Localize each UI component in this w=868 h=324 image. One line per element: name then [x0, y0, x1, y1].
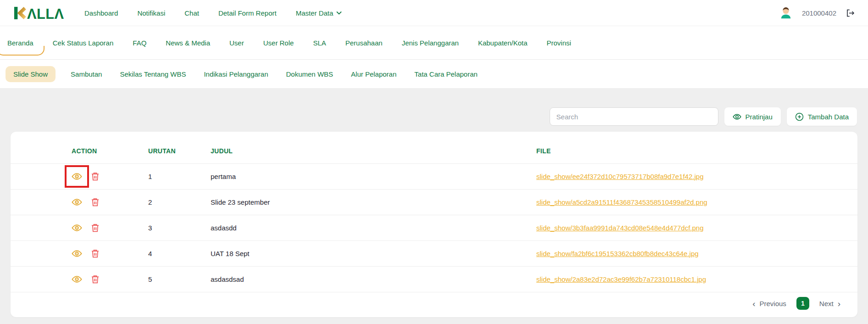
eye-icon [72, 171, 82, 182]
nav-detail-form-report[interactable]: Detail Form Report [218, 9, 277, 17]
table-row: 3 asdasdd slide_show/3b3faa9991da743cd08… [11, 215, 857, 241]
tab-jenis-pelanggaran[interactable]: Jenis Pelanggaran [401, 27, 460, 59]
eye-icon [733, 112, 741, 121]
tab-user-role[interactable]: User Role [262, 27, 295, 59]
table-row: 4 UAT 18 Sept slide_show/fa2bf6c19515336… [11, 241, 857, 267]
subtab-alur-pelaporan[interactable]: Alur Pelaporan [348, 66, 399, 82]
subtab-sambutan[interactable]: Sambutan [68, 66, 105, 82]
judul-cell: pertama [211, 164, 536, 190]
trash-icon [90, 274, 100, 284]
search-input[interactable] [550, 107, 718, 126]
chevron-left-icon: ‹ [752, 299, 755, 308]
urutan-cell: 5 [148, 267, 211, 292]
chevron-down-icon [336, 11, 342, 15]
main-tabbar: Beranda Cek Status Laporan FAQ News & Me… [0, 26, 868, 60]
delete-button[interactable] [90, 172, 100, 181]
action-cell [72, 223, 148, 233]
trash-icon [90, 223, 100, 233]
file-link[interactable]: slide_show/ee24f372d10c79573717b08fa9d7e… [536, 173, 704, 180]
column-header-action: ACTION [11, 132, 148, 164]
tab-news-media[interactable]: News & Media [165, 27, 211, 59]
eye-button[interactable] [72, 197, 82, 207]
delete-button[interactable] [90, 197, 100, 207]
tambah-data-label: Tambah Data [808, 113, 849, 121]
sub-tabbar: Slide Show Sambutan Sekilas Tentang WBS … [0, 60, 868, 88]
subtab-tata-cara-pelaporan[interactable]: Tata Cara Pelaporan [412, 66, 480, 82]
urutan-cell: 1 [148, 164, 211, 190]
tambah-data-button[interactable]: Tambah Data [787, 107, 857, 126]
subtab-slide-show[interactable]: Slide Show [6, 66, 56, 82]
tab-perusahaan[interactable]: Perusahaan [345, 27, 384, 59]
eye-icon [72, 248, 82, 259]
urutan-cell: 3 [148, 215, 211, 241]
table-body: 1 pertama slide_show/ee24f372d10c7957371… [11, 164, 857, 292]
urutan-cell: 2 [148, 190, 211, 215]
eye-button[interactable] [65, 165, 89, 188]
table-row: 5 asdasdsad slide_show/2a83e2d72ac3e99f6… [11, 267, 857, 292]
plus-circle-icon [795, 112, 804, 121]
nav-chat[interactable]: Chat [184, 9, 199, 17]
user-id: 201000402 [802, 9, 836, 17]
subtab-dokumen-wbs[interactable]: Dokumen WBS [284, 66, 336, 82]
eye-icon [72, 223, 82, 233]
tab-faq[interactable]: FAQ [132, 27, 147, 59]
tab-beranda[interactable]: Beranda [6, 27, 34, 59]
page-number-button[interactable]: 1 [796, 297, 809, 310]
delete-button[interactable] [90, 223, 100, 233]
tab-sla[interactable]: SLA [312, 27, 327, 59]
eye-icon [72, 197, 82, 207]
action-cell [72, 274, 148, 285]
kalla-logo-k-icon: ΛLLΛ [14, 5, 65, 21]
delete-button[interactable] [90, 274, 100, 284]
chevron-right-icon: › [838, 299, 840, 308]
column-header-urutan: URUTAN [148, 132, 211, 164]
top-header: ΛLLΛ Dashboard Notifikasi Chat Detail Fo… [0, 0, 868, 26]
content-area: Pratinjau Tambah Data ACTION URUTAN JUDU… [0, 88, 868, 317]
action-cell [72, 197, 148, 207]
judul-cell: Slide 23 september [211, 190, 536, 215]
table-row: 1 pertama slide_show/ee24f372d10c7957371… [11, 164, 857, 190]
logout-icon[interactable] [846, 8, 855, 18]
previous-button[interactable]: ‹ Previous [752, 299, 786, 308]
trash-icon [90, 197, 100, 207]
toolbar: Pratinjau Tambah Data [11, 107, 857, 126]
judul-cell: UAT 18 Sept [211, 241, 536, 267]
tab-kabupaten-kota[interactable]: Kabupaten/Kota [477, 27, 529, 59]
judul-cell: asdasdd [211, 215, 536, 241]
file-link[interactable]: slide_show/3b3faa9991da743cd08e548e4d477… [536, 224, 704, 232]
logo-rest-text: ΛLLΛ [27, 6, 64, 21]
file-link[interactable]: slide_show/fa2bf6c195153362cb80fb8dec43c… [536, 250, 699, 257]
column-header-judul: JUDUL [211, 132, 536, 164]
nav-dashboard[interactable]: Dashboard [84, 9, 118, 17]
urutan-cell: 4 [148, 241, 211, 267]
nav-master-data-label: Master Data [296, 9, 334, 17]
file-link[interactable]: slide_show/2a83e2d72ac3e99f62b7a72310118… [536, 275, 706, 283]
file-link[interactable]: slide_show/a5cd2a91511f43687345358510499… [536, 198, 707, 206]
next-button[interactable]: Next › [819, 299, 840, 308]
eye-button[interactable] [72, 223, 82, 233]
tab-cek-status-laporan[interactable]: Cek Status Laporan [52, 27, 115, 59]
header-right: 201000402 [779, 6, 855, 20]
nav-notifikasi[interactable]: Notifikasi [137, 9, 165, 17]
previous-label: Previous [759, 300, 786, 307]
tab-user[interactable]: User [228, 27, 245, 59]
pagination: ‹ Previous 1 Next › [11, 292, 857, 314]
delete-button[interactable] [90, 249, 100, 258]
main-nav: Dashboard Notifikasi Chat Detail Form Re… [84, 9, 342, 17]
subtab-indikasi-pelanggaran[interactable]: Indikasi Pelanggaran [201, 66, 271, 82]
pratinjau-button[interactable]: Pratinjau [724, 107, 781, 126]
trash-icon [90, 249, 100, 258]
trash-icon [90, 172, 100, 181]
column-header-file: FILE [536, 132, 857, 164]
table-row: 2 Slide 23 september slide_show/a5cd2a91… [11, 190, 857, 215]
eye-button[interactable] [72, 274, 82, 285]
action-cell [72, 171, 148, 182]
pratinjau-label: Pratinjau [746, 113, 773, 121]
tab-provinsi[interactable]: Provinsi [546, 27, 572, 59]
data-card: ACTION URUTAN JUDUL FILE [11, 132, 857, 317]
kalla-logo[interactable]: ΛLLΛ [14, 5, 65, 21]
eye-button[interactable] [72, 248, 82, 259]
subtab-sekilas-tentang-wbs[interactable]: Sekilas Tentang WBS [117, 66, 189, 82]
user-avatar[interactable] [779, 6, 793, 20]
nav-master-data[interactable]: Master Data [296, 9, 342, 17]
